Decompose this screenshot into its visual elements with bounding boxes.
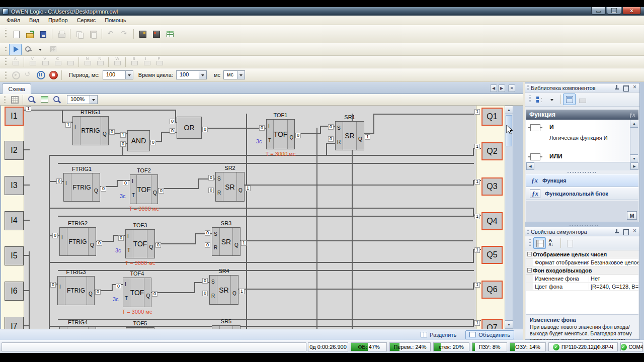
properties-panel-header[interactable]: Свойства симулятора [525, 227, 639, 236]
block-FTRIG3[interactable]: FTRIG3IFTRIGQ00 [57, 276, 95, 305]
menu-item-Прибор[interactable]: Прибор [44, 16, 72, 24]
pin-icon[interactable] [613, 228, 620, 235]
write-device-button[interactable] [22, 44, 34, 55]
splitter-handle[interactable] [525, 170, 639, 174]
property-row[interactable]: Цвет фона[R=240, G=128, B=12 [526, 283, 638, 291]
output-Q1[interactable]: Q11 [481, 108, 503, 126]
close-panel-icon[interactable] [631, 228, 638, 235]
maximize-button[interactable] [607, 7, 621, 15]
block-SR3[interactable]: SR3SRSRQ001 [212, 227, 240, 256]
alphabetical-button[interactable] [546, 237, 558, 249]
block-SR1[interactable]: SR1SRSRQ001 [335, 121, 364, 150]
input-I7[interactable]: I7 [5, 317, 24, 329]
scroll-right-icon[interactable]: ▶ [630, 162, 638, 170]
close-button[interactable]: × [622, 7, 641, 15]
category-tab-Функциональный блок[interactable]: ƒxФункциональный блок [526, 187, 638, 200]
tab-prev-icon[interactable]: ◀ [490, 84, 497, 92]
panel-splitter-handle[interactable] [525, 223, 644, 227]
menu-item-Вид[interactable]: Вид [25, 16, 44, 24]
view-mode-button[interactable] [533, 94, 546, 105]
maximize-panel-icon[interactable] [622, 228, 629, 235]
block-TOF1[interactable]: TOF1ITTOFQ003сТ = 3000 мс [266, 119, 295, 149]
library-panel-header[interactable]: Библиотека компонентов [525, 83, 639, 93]
macros-button[interactable]: М [627, 211, 637, 220]
scroll-up-icon[interactable]: ▲ [505, 106, 513, 114]
close-panel-icon[interactable] [631, 84, 638, 91]
canvas-vertical-scrollbar[interactable]: ▲ ▼ [505, 106, 513, 329]
maximize-panel-icon[interactable] [622, 84, 629, 91]
library-group-header[interactable]: Функция ƒx [526, 110, 638, 120]
start-simulation-button[interactable] [9, 44, 22, 55]
zoom-out-button[interactable] [25, 94, 38, 106]
icon-view-button[interactable] [563, 94, 576, 105]
output-Q3[interactable]: Q31 [481, 177, 503, 196]
chevron-down-icon[interactable] [90, 96, 97, 104]
library-item-ИЛИ[interactable]: ИЛИ [526, 152, 630, 162]
variables-table-button[interactable] [163, 27, 177, 41]
library-horizontal-scrollbar[interactable]: ◀ ▶ [526, 162, 638, 170]
dropdown-button[interactable] [34, 44, 47, 55]
pause-button[interactable] [34, 69, 47, 81]
categorized-button[interactable] [533, 237, 546, 249]
input-I5[interactable]: I5 [5, 246, 24, 265]
output-Q7[interactable]: Q71 [481, 319, 503, 329]
input-I6[interactable]: I6 [5, 282, 24, 301]
block-FTRIG1[interactable]: FTRIG1IFTRIGQ00 [63, 173, 100, 202]
block-FTRIG2[interactable]: FTRIG2IFTRIGQ00 [59, 227, 96, 256]
block-RTRIG1[interactable]: RTRIG1IRTRIGQ10 [72, 116, 109, 145]
canvas-grid-button[interactable] [8, 94, 21, 106]
chevron-down-icon[interactable] [199, 71, 206, 79]
merge-view-button[interactable]: Объединить [465, 330, 514, 339]
category-tab-Функция[interactable]: ƒxФункция [526, 174, 638, 187]
block-SR2[interactable]: SR2SRSRQ001 [215, 172, 245, 202]
pin-icon[interactable] [613, 84, 620, 91]
block-OR[interactable]: OR000 [177, 117, 202, 139]
collapse-icon[interactable]: − [527, 252, 532, 256]
scroll-down-icon[interactable]: ▼ [505, 320, 513, 328]
block-TOF2[interactable]: TOF2ITTOFQ003сТ = 3000 мс [130, 174, 158, 204]
schema-canvas[interactable]: I11I2I3I4I5I6I7Q11Q21Q31Q41Q51Q61Q71RTRI… [1, 106, 505, 329]
chevron-down-icon[interactable] [237, 71, 245, 79]
block-AND[interactable]: AND100 [127, 130, 150, 151]
module-write-button[interactable] [149, 27, 163, 41]
output-Q5[interactable]: Q51 [481, 246, 503, 264]
scroll-down-icon[interactable]: ▼ [630, 154, 638, 162]
dropdown-button[interactable] [546, 94, 558, 105]
input-I1[interactable]: I11 [5, 107, 24, 126]
minimize-button[interactable] [591, 7, 606, 15]
output-Q4[interactable]: Q41 [481, 212, 503, 230]
menu-item-Помощь[interactable]: Помощь [100, 16, 131, 24]
new-file-button[interactable] [9, 27, 23, 41]
property-row[interactable]: Изменение фонаНет [526, 275, 638, 283]
tab-close-icon[interactable]: ✕ [508, 84, 515, 92]
period-combo[interactable]: 100 [103, 70, 133, 79]
cycle-time-combo[interactable]: 100 [176, 70, 207, 79]
collapse-icon[interactable]: − [527, 268, 532, 273]
save-button[interactable] [36, 27, 50, 41]
library-vertical-scrollbar[interactable]: ▲ ▼ [630, 120, 638, 162]
zoom-in-button[interactable] [50, 94, 63, 106]
output-Q2[interactable]: Q21 [481, 142, 503, 160]
property-row[interactable]: Формат отображенияБеззнаковое целое [526, 258, 638, 266]
tab-next-icon[interactable]: ▶ [498, 84, 505, 92]
block-TOF4[interactable]: TOF4ITTOFQ003сТ = 3000 мс [123, 278, 151, 307]
module-read-button[interactable] [136, 27, 149, 41]
fit-page-button[interactable] [38, 94, 50, 106]
chevron-down-icon[interactable] [125, 71, 133, 79]
scrollbar-thumb[interactable] [506, 115, 512, 146]
block-SR5[interactable]: SR5SRSRQ [212, 325, 240, 329]
library-item-И[interactable]: ИЛогическая функция И [526, 123, 630, 151]
unit-combo[interactable]: мс [223, 70, 245, 79]
scroll-up-icon[interactable]: ▲ [630, 120, 638, 128]
open-file-button[interactable] [23, 27, 36, 41]
block-FTRIG4[interactable]: FTRIG4IFTRIGQ [59, 326, 96, 329]
input-I2[interactable]: I2 [5, 141, 24, 160]
block-TOF5[interactable]: TOF5ITTOFQ [126, 327, 154, 329]
input-I3[interactable]: I3 [5, 176, 24, 195]
tab-schema[interactable]: Схема [2, 83, 31, 94]
menu-item-Сервис[interactable]: Сервис [72, 16, 101, 24]
stop-button[interactable] [47, 69, 59, 81]
input-I4[interactable]: I4 [5, 211, 24, 230]
zoom-combo[interactable]: 100% [67, 95, 98, 104]
output-Q6[interactable]: Q61 [481, 281, 503, 299]
